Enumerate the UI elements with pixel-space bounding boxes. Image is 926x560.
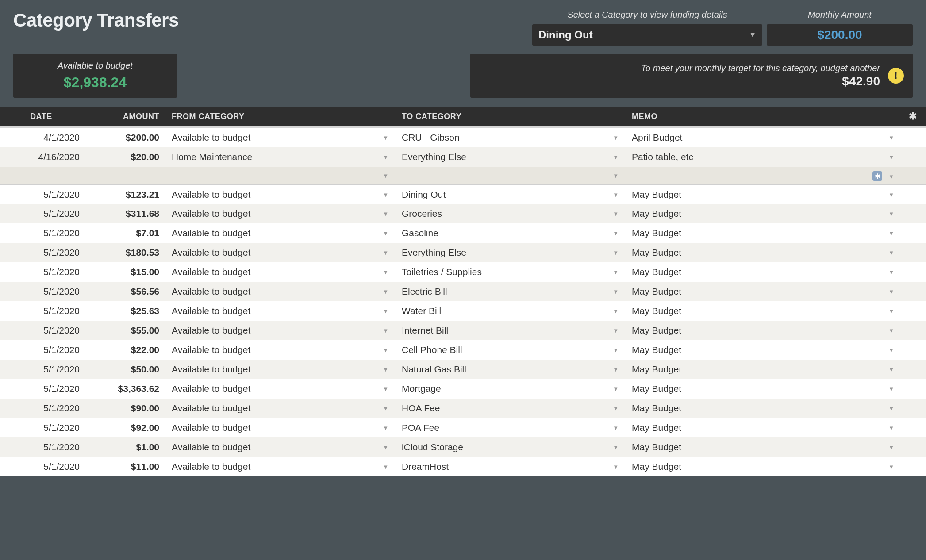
cell-from-dropdown[interactable]: Available to budget▼ bbox=[164, 306, 394, 316]
cell-amount[interactable]: $11.00 bbox=[84, 461, 164, 472]
cell-amount[interactable]: $180.53 bbox=[84, 247, 164, 258]
column-header-memo[interactable]: MEMO bbox=[624, 112, 899, 121]
table-row[interactable]: 5/1/2020$7.01Available to budget▼Gasolin… bbox=[0, 223, 926, 243]
cell-from-dropdown[interactable]: Available to budget▼ bbox=[164, 132, 394, 143]
table-row[interactable]: 5/1/2020$55.00Available to budget▼Intern… bbox=[0, 321, 926, 340]
cell-date[interactable]: 5/1/2020 bbox=[0, 442, 84, 453]
cell-date[interactable]: 5/1/2020 bbox=[0, 461, 84, 472]
cell-amount[interactable]: $56.56 bbox=[84, 286, 164, 297]
table-row[interactable]: 5/1/2020$92.00Available to budget▼POA Fe… bbox=[0, 418, 926, 437]
column-header-date[interactable]: DATE bbox=[0, 112, 84, 121]
cell-from-dropdown[interactable]: Available to budget▼ bbox=[164, 208, 394, 219]
column-header-to[interactable]: TO CATEGORY bbox=[394, 112, 624, 121]
cell-from-dropdown[interactable]: Available to budget▼ bbox=[164, 384, 394, 394]
cell-memo-dropdown[interactable]: May Budget▼ bbox=[624, 189, 899, 200]
cell-to-dropdown[interactable]: Mortgage▼ bbox=[394, 384, 624, 394]
cell-amount[interactable]: $3,363.62 bbox=[84, 384, 164, 394]
cell-to-dropdown[interactable]: HOA Fee▼ bbox=[394, 403, 624, 414]
cell-from-dropdown[interactable]: Available to budget▼ bbox=[164, 267, 394, 277]
cell-amount[interactable]: $22.00 bbox=[84, 345, 164, 355]
cell-memo-dropdown[interactable]: May Budget▼ bbox=[624, 286, 899, 297]
table-row[interactable]: 5/1/2020$22.00Available to budget▼Cell P… bbox=[0, 340, 926, 360]
cell-date[interactable]: 4/1/2020 bbox=[0, 132, 84, 143]
cell-memo-dropdown[interactable]: May Budget▼ bbox=[624, 208, 899, 219]
cell-from-dropdown[interactable]: Available to budget▼ bbox=[164, 325, 394, 336]
cell-to-dropdown[interactable]: POA Fee▼ bbox=[394, 422, 624, 433]
cell-memo[interactable]: ✱ ▼ bbox=[624, 170, 899, 181]
cell-memo-dropdown[interactable]: May Budget▼ bbox=[624, 228, 899, 238]
cell-amount[interactable]: $1.00 bbox=[84, 442, 164, 453]
cell-date[interactable]: 5/1/2020 bbox=[0, 208, 84, 219]
cell-from-dropdown[interactable]: Available to budget▼ bbox=[164, 403, 394, 414]
cell-amount[interactable]: $200.00 bbox=[84, 132, 164, 143]
cell-amount[interactable]: $25.63 bbox=[84, 306, 164, 316]
cell-from-dropdown[interactable]: ▼ bbox=[164, 173, 394, 179]
cell-to-dropdown[interactable]: Water Bill▼ bbox=[394, 306, 624, 316]
cell-from-dropdown[interactable]: Available to budget▼ bbox=[164, 422, 394, 433]
cell-date[interactable]: 5/1/2020 bbox=[0, 189, 84, 200]
category-select[interactable]: Dining Out ▼ bbox=[532, 24, 762, 46]
cell-from-dropdown[interactable]: Available to budget▼ bbox=[164, 247, 394, 258]
cell-amount[interactable]: $50.00 bbox=[84, 364, 164, 375]
cell-date[interactable]: 5/1/2020 bbox=[0, 267, 84, 277]
cell-to-dropdown[interactable]: Toiletries / Supplies▼ bbox=[394, 267, 624, 277]
cell-from-dropdown[interactable]: Available to budget▼ bbox=[164, 189, 394, 200]
cell-to-dropdown[interactable]: Everything Else▼ bbox=[394, 152, 624, 162]
cell-date[interactable]: 5/1/2020 bbox=[0, 325, 84, 336]
table-row[interactable]: 5/1/2020$11.00Available to budget▼DreamH… bbox=[0, 457, 926, 476]
column-header-star[interactable]: ✱ bbox=[899, 111, 926, 122]
cell-from-dropdown[interactable]: Available to budget▼ bbox=[164, 364, 394, 375]
cell-to-dropdown[interactable]: Dining Out▼ bbox=[394, 189, 624, 200]
cell-amount[interactable]: $90.00 bbox=[84, 403, 164, 414]
cell-to-dropdown[interactable]: Cell Phone Bill▼ bbox=[394, 345, 624, 355]
cell-memo-dropdown[interactable]: May Budget▼ bbox=[624, 461, 899, 472]
cell-from-dropdown[interactable]: Available to budget▼ bbox=[164, 286, 394, 297]
table-row[interactable]: 5/1/2020$180.53Available to budget▼Every… bbox=[0, 243, 926, 262]
table-row-blank[interactable]: ▼▼✱ ▼ bbox=[0, 167, 926, 184]
cell-memo-dropdown[interactable]: May Budget▼ bbox=[624, 345, 899, 355]
table-row[interactable]: 5/1/2020$50.00Available to budget▼Natura… bbox=[0, 360, 926, 379]
cell-to-dropdown[interactable]: iCloud Storage▼ bbox=[394, 442, 624, 453]
cell-from-dropdown[interactable]: Available to budget▼ bbox=[164, 442, 394, 453]
table-row[interactable]: 5/1/2020$123.21Available to budget▼Dinin… bbox=[0, 184, 926, 204]
cell-date[interactable]: 5/1/2020 bbox=[0, 345, 84, 355]
cell-memo-dropdown[interactable]: May Budget▼ bbox=[624, 403, 899, 414]
cell-date[interactable]: 5/1/2020 bbox=[0, 286, 84, 297]
cell-date[interactable]: 5/1/2020 bbox=[0, 306, 84, 316]
table-row[interactable]: 5/1/2020$1.00Available to budget▼iCloud … bbox=[0, 437, 926, 457]
cell-memo-dropdown[interactable]: April Budget▼ bbox=[624, 132, 899, 143]
cell-amount[interactable]: $15.00 bbox=[84, 267, 164, 277]
cell-from-dropdown[interactable]: Available to budget▼ bbox=[164, 345, 394, 355]
column-header-from[interactable]: FROM CATEGORY bbox=[164, 112, 394, 121]
cell-amount[interactable]: $7.01 bbox=[84, 228, 164, 238]
cell-amount[interactable]: $20.00 bbox=[84, 152, 164, 162]
cell-memo-dropdown[interactable]: May Budget▼ bbox=[624, 422, 899, 433]
cell-to-dropdown[interactable]: Electric Bill▼ bbox=[394, 286, 624, 297]
cell-memo-dropdown[interactable]: May Budget▼ bbox=[624, 247, 899, 258]
table-row[interactable]: 5/1/2020$90.00Available to budget▼HOA Fe… bbox=[0, 399, 926, 418]
table-row[interactable]: 5/1/2020$56.56Available to budget▼Electr… bbox=[0, 282, 926, 301]
cell-from-dropdown[interactable]: Available to budget▼ bbox=[164, 228, 394, 238]
cell-date[interactable]: 5/1/2020 bbox=[0, 228, 84, 238]
cell-memo-dropdown[interactable]: May Budget▼ bbox=[624, 306, 899, 316]
cell-from-dropdown[interactable]: Available to budget▼ bbox=[164, 461, 394, 472]
cell-memo-dropdown[interactable]: May Budget▼ bbox=[624, 267, 899, 277]
cell-date[interactable]: 5/1/2020 bbox=[0, 364, 84, 375]
cell-amount[interactable]: $123.21 bbox=[84, 189, 164, 200]
cell-to-dropdown[interactable]: Everything Else▼ bbox=[394, 247, 624, 258]
cell-to-dropdown[interactable]: ▼ bbox=[394, 173, 624, 179]
cell-to-dropdown[interactable]: DreamHost▼ bbox=[394, 461, 624, 472]
cell-from-dropdown[interactable]: Home Maintenance▼ bbox=[164, 152, 394, 162]
cell-amount[interactable]: $92.00 bbox=[84, 422, 164, 433]
table-row[interactable]: 5/1/2020$15.00Available to budget▼Toilet… bbox=[0, 262, 926, 282]
table-row[interactable]: 5/1/2020$311.68Available to budget▼Groce… bbox=[0, 204, 926, 223]
cell-date[interactable]: 5/1/2020 bbox=[0, 403, 84, 414]
cell-memo-dropdown[interactable]: May Budget▼ bbox=[624, 442, 899, 453]
cell-to-dropdown[interactable]: Gasoline▼ bbox=[394, 228, 624, 238]
cell-memo-dropdown[interactable]: May Budget▼ bbox=[624, 325, 899, 336]
cell-date[interactable]: 5/1/2020 bbox=[0, 247, 84, 258]
table-row[interactable]: 4/16/2020$20.00Home Maintenance▼Everythi… bbox=[0, 147, 926, 167]
cell-amount[interactable]: $55.00 bbox=[84, 325, 164, 336]
cell-to-dropdown[interactable]: Natural Gas Bill▼ bbox=[394, 364, 624, 375]
cell-memo-dropdown[interactable]: May Budget▼ bbox=[624, 384, 899, 394]
